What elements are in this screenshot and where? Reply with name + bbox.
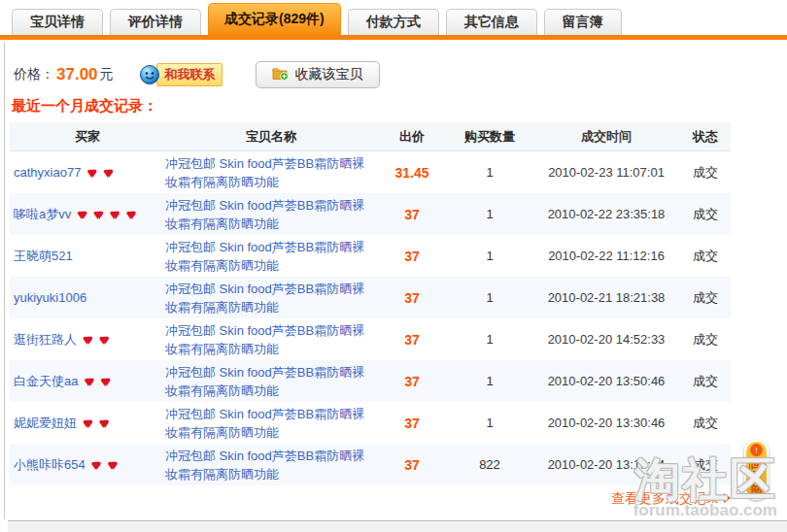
buyer-rating-hearts-icon: ♥♥ bbox=[91, 458, 102, 472]
col-header-quantity: 购买数量 bbox=[447, 128, 532, 146]
contact-seller-label: 和我联系 bbox=[156, 63, 222, 86]
buyer-cell: 逛街狂路人♥♥♥♥ bbox=[10, 331, 165, 349]
buyer-rating-hearts-icon: ♥♥ bbox=[110, 208, 120, 221]
item-link[interactable]: 冲冠包邮 Skin food芦荟BB霜防晒裸妆霜有隔离防晒功能 bbox=[165, 365, 364, 398]
quantity-cell: 1 bbox=[447, 207, 532, 221]
table-row: yukiyuki1006冲冠包邮 Skin food芦荟BB霜防晒裸妆霜有隔离防… bbox=[10, 277, 731, 318]
favorite-item-label: 收藏该宝贝 bbox=[295, 66, 363, 83]
more-row: 查看更多成交记录 bbox=[10, 489, 731, 508]
transaction-records-page: 宝贝详情评价详情成交记录(829件)付款方式其它信息留言簿 价格： 37.00 … bbox=[0, 0, 787, 532]
price-label: 价格： bbox=[14, 66, 54, 83]
status-cell: 成交 bbox=[680, 331, 731, 349]
price-cell: 37 bbox=[377, 249, 447, 264]
bottom-section-edge bbox=[8, 520, 787, 532]
table-row: 王晓萌521冲冠包邮 Skin food芦荟BB霜防晒裸妆霜有隔离防晒功能371… bbox=[10, 235, 731, 277]
table-row: 逛街狂路人♥♥♥♥冲冠包邮 Skin food芦荟BB霜防晒裸妆霜有隔离防晒功能… bbox=[10, 318, 731, 360]
col-header-status: 状态 bbox=[680, 128, 731, 146]
status-cell: 成交 bbox=[680, 248, 731, 265]
status-cell: 成交 bbox=[680, 373, 731, 390]
status-cell: 成交 bbox=[680, 289, 731, 307]
buyer-rating-hearts-icon: ♥♥ bbox=[108, 458, 119, 472]
tab-item-2[interactable]: 成交记录(829件) bbox=[208, 3, 341, 35]
price-cell: 37 bbox=[377, 374, 447, 389]
price-cell: 37 bbox=[377, 332, 447, 348]
quantity-cell: 1 bbox=[447, 332, 532, 347]
buyer-cell: 哆啦a梦vv♥♥♥♥♥♥♥♥ bbox=[10, 206, 165, 223]
item-link[interactable]: 冲冠包邮 Skin food芦荟BB霜防晒裸妆霜有隔离防晒功能 bbox=[165, 156, 364, 189]
item-link[interactable]: 冲冠包邮 Skin food芦荟BB霜防晒裸妆霜有隔离防晒功能 bbox=[165, 323, 364, 356]
buyer-link[interactable]: 白金天使aa bbox=[14, 373, 78, 390]
item-link[interactable]: 冲冠包邮 Skin food芦荟BB霜防晒裸妆霜有隔离防晒功能 bbox=[165, 198, 364, 231]
item-cell: 冲冠包邮 Skin food芦荟BB霜防晒裸妆霜有隔离防晒功能 bbox=[165, 238, 377, 275]
table-row: 白金天使aa♥♥♥♥冲冠包邮 Skin food芦荟BB霜防晒裸妆霜有隔离防晒功… bbox=[10, 360, 731, 402]
quantity-cell: 822 bbox=[447, 457, 532, 472]
item-cell: 冲冠包邮 Skin food芦荟BB霜防晒裸妆霜有隔离防晒功能 bbox=[165, 321, 377, 358]
item-cell: 冲冠包邮 Skin food芦荟BB霜防晒裸妆霜有隔离防晒功能 bbox=[165, 196, 377, 233]
quantity-cell: 1 bbox=[447, 249, 532, 263]
item-link[interactable]: 冲冠包邮 Skin food芦荟BB霜防晒裸妆霜有隔离防晒功能 bbox=[165, 282, 364, 315]
tab-bar: 宝贝详情评价详情成交记录(829件)付款方式其它信息留言簿 bbox=[8, 0, 787, 35]
item-cell: 冲冠包邮 Skin food芦荟BB霜防晒裸妆霜有隔离防晒功能 bbox=[165, 447, 377, 483]
favorite-item-button[interactable]: 收藏该宝贝 bbox=[256, 61, 380, 88]
price-cell: 37 bbox=[377, 290, 447, 306]
col-header-buyer: 买家 bbox=[10, 128, 165, 146]
col-header-item: 宝贝名称 bbox=[165, 127, 377, 146]
buyer-cell: 妮妮爱妞妞♥♥♥♥ bbox=[10, 415, 165, 432]
quantity-cell: 1 bbox=[447, 374, 532, 388]
buyer-link[interactable]: 哆啦a梦vv bbox=[14, 206, 71, 223]
tab-item-3[interactable]: 付款方式 bbox=[348, 9, 439, 35]
item-cell: 冲冠包邮 Skin food芦荟BB霜防晒裸妆霜有隔离防晒功能 bbox=[165, 405, 377, 442]
buyer-link[interactable]: yukiyuki1006 bbox=[14, 290, 86, 305]
quantity-cell: 1 bbox=[447, 165, 532, 180]
item-link[interactable]: 冲冠包邮 Skin food芦荟BB霜防晒裸妆霜有隔离防晒功能 bbox=[165, 407, 364, 440]
time-cell: 2010-02-22 23:35:18 bbox=[532, 207, 680, 221]
buyer-rating-hearts-icon: ♥♥ bbox=[100, 375, 111, 388]
buyer-cell: yukiyuki1006 bbox=[10, 290, 165, 305]
buyer-cell: 王晓萌521 bbox=[10, 248, 165, 265]
buyer-link[interactable]: cathyxiao77 bbox=[14, 165, 81, 180]
tab-item-1[interactable]: 评价详情 bbox=[110, 9, 201, 35]
contact-seller-button[interactable]: 和我联系 bbox=[139, 63, 222, 86]
buyer-link[interactable]: 逛街狂路人 bbox=[14, 331, 77, 349]
status-cell: 成交 bbox=[680, 164, 731, 182]
buyer-rating-hearts-icon: ♥♥ bbox=[93, 208, 104, 221]
tab-item-0[interactable]: 宝贝详情 bbox=[12, 9, 103, 35]
wangwang-icon bbox=[139, 64, 160, 85]
tab-item-4[interactable]: 其它信息 bbox=[446, 9, 537, 35]
col-header-time: 成交时间 bbox=[532, 128, 680, 146]
buyer-cell: cathyxiao77♥♥♥♥ bbox=[10, 165, 165, 180]
back-to-top-char: 部 bbox=[751, 484, 763, 497]
quantity-cell: 1 bbox=[447, 416, 532, 430]
tab-item-5[interactable]: 留言簿 bbox=[544, 9, 622, 35]
time-cell: 2010-02-22 11:12:16 bbox=[532, 249, 680, 263]
buyer-rating-hearts-icon: ♥♥ bbox=[126, 208, 137, 221]
active-tab-underline bbox=[0, 35, 787, 40]
buyer-rating-hearts-icon: ♥♥ bbox=[103, 166, 114, 180]
price-unit: 元 bbox=[100, 66, 114, 83]
time-cell: 2010-02-20 14:52:33 bbox=[532, 332, 680, 347]
item-link[interactable]: 冲冠包邮 Skin food芦荟BB霜防晒裸妆霜有隔离防晒功能 bbox=[165, 240, 364, 273]
back-to-top-button[interactable]: ↑ 回 顶 部 bbox=[744, 440, 769, 500]
table-row: cathyxiao77♥♥♥♥冲冠包邮 Skin food芦荟BB霜防晒裸妆霜有… bbox=[10, 151, 731, 193]
price-cell: 37 bbox=[377, 416, 447, 431]
buyer-link[interactable]: 妮妮爱妞妞 bbox=[14, 415, 77, 432]
up-arrow-icon: ↑ bbox=[750, 444, 763, 456]
col-header-price: 出价 bbox=[377, 128, 447, 146]
folder-add-icon bbox=[272, 66, 289, 83]
price-row: 价格： 37.00 元 和我联系 bbox=[14, 60, 380, 89]
buyer-link[interactable]: 王晓萌521 bbox=[14, 248, 73, 265]
buyer-rating-hearts-icon: ♥♥ bbox=[99, 416, 110, 430]
buyer-link[interactable]: 小熊咔咔654 bbox=[14, 456, 86, 474]
section-title: 最近一个月成交记录： bbox=[12, 97, 157, 116]
content-left-border bbox=[4, 42, 5, 519]
time-cell: 2010-02-21 18:21:38 bbox=[532, 290, 680, 305]
table-row: 妮妮爱妞妞♥♥♥♥冲冠包邮 Skin food芦荟BB霜防晒裸妆霜有隔离防晒功能… bbox=[10, 402, 731, 444]
time-cell: 2010-02-20 13:30:46 bbox=[532, 416, 680, 430]
buyer-rating-hearts-icon: ♥♥ bbox=[77, 208, 87, 221]
item-link[interactable]: 冲冠包邮 Skin food芦荟BB霜防晒裸妆霜有隔离防晒功能 bbox=[165, 449, 364, 482]
status-cell: 成交 bbox=[680, 206, 731, 223]
item-cell: 冲冠包邮 Skin food芦荟BB霜防晒裸妆霜有隔离防晒功能 bbox=[165, 154, 377, 191]
buyer-cell: 小熊咔咔654♥♥♥♥ bbox=[10, 456, 165, 474]
time-cell: 2010-02-20 13:19:14 bbox=[532, 457, 680, 472]
view-more-link[interactable]: 查看更多成交记录 bbox=[611, 490, 720, 506]
